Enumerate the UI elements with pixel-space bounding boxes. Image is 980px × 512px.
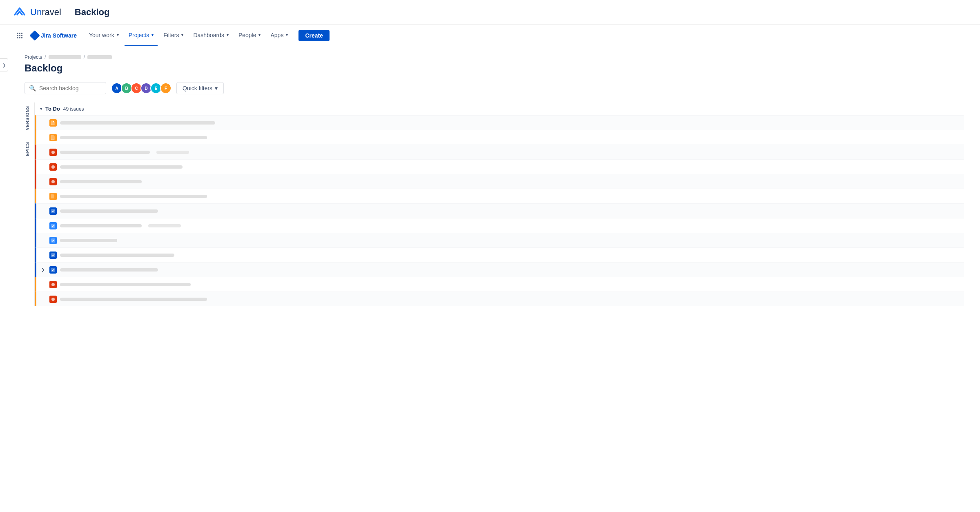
quick-filters-label: Quick filters: [183, 85, 212, 91]
section-label: To Do: [45, 106, 60, 112]
backlog-item[interactable]: [35, 277, 964, 292]
task-icon: [49, 252, 57, 259]
backlog-item[interactable]: [35, 115, 964, 130]
bug-icon: [49, 281, 57, 288]
backlog-item[interactable]: [35, 130, 964, 145]
section-chevron-icon[interactable]: ▾: [40, 107, 42, 111]
item-text-placeholder: [60, 254, 174, 257]
search-input[interactable]: [39, 85, 102, 91]
nav-item-dashboards[interactable]: Dashboards ▾: [189, 25, 233, 46]
svg-rect-3: [17, 35, 18, 36]
nav-label-people: People: [238, 32, 256, 38]
subtask-icon: [49, 237, 57, 244]
nav-item-filters[interactable]: Filters ▾: [159, 25, 187, 46]
epics-label[interactable]: EPICS: [24, 138, 33, 180]
backlog-item[interactable]: [35, 159, 964, 174]
backlog-item[interactable]: [35, 247, 964, 262]
breadcrumb-project-name: [49, 55, 81, 59]
backlog-item[interactable]: [35, 233, 964, 247]
main-container: ❯ Projects / / Backlog 🔍 A B C D E F: [0, 46, 980, 314]
chevron-down-icon: ▾: [227, 33, 229, 37]
nav-label-projects: Projects: [129, 32, 149, 38]
backlog-section: VERSIONS EPICS ▾ To Do 49 issues: [24, 102, 964, 306]
bug-icon: [49, 178, 57, 185]
subtask-icon: [49, 222, 57, 229]
breadcrumb-projects[interactable]: Projects: [24, 54, 42, 60]
backlog-item[interactable]: [35, 203, 964, 218]
item-text-placeholder: [60, 209, 158, 213]
breadcrumb: Projects / /: [24, 54, 964, 60]
item-text-placeholder: [60, 239, 117, 242]
nav-item-your-work[interactable]: Your work ▾: [85, 25, 123, 46]
svg-point-18: [51, 283, 55, 286]
create-button[interactable]: Create: [298, 30, 330, 41]
chevron-down-icon: ▾: [286, 33, 288, 37]
svg-point-9: [53, 121, 54, 122]
quick-filters-button[interactable]: Quick filters ▾: [176, 82, 224, 94]
bug-icon: [49, 149, 57, 156]
sidebar-toggle-button[interactable]: ❯: [0, 58, 8, 71]
nav-label-dashboards: Dashboards: [193, 32, 224, 38]
nav-bar: Jira Software Your work ▾ Projects ▾ Fil…: [0, 25, 980, 46]
svg-point-11: [51, 165, 55, 169]
nav-item-people[interactable]: People ▾: [234, 25, 265, 46]
svg-rect-6: [17, 37, 18, 38]
nav-item-apps[interactable]: Apps ▾: [266, 25, 292, 46]
svg-point-19: [51, 298, 55, 301]
svg-rect-2: [21, 33, 22, 34]
svg-point-10: [51, 151, 55, 154]
brand-page-title: Backlog: [75, 7, 110, 18]
page-title: Backlog: [24, 62, 964, 74]
avatar-group: A B C D E F: [111, 82, 172, 94]
item-text-placeholder: [60, 195, 207, 198]
jira-app-name: Jira Software: [41, 32, 77, 39]
brand-logo[interactable]: Unravel: [13, 6, 61, 19]
item-expand-chevron[interactable]: ❯: [41, 267, 46, 272]
nav-label-your-work: Your work: [89, 32, 114, 38]
svg-point-12: [51, 180, 55, 183]
svg-rect-0: [17, 33, 18, 34]
nav-label-apps: Apps: [270, 32, 283, 38]
breadcrumb-separator-2: /: [84, 54, 85, 60]
backlog-item[interactable]: [35, 145, 964, 159]
brand-name: Unravel: [30, 7, 61, 18]
backlog-item[interactable]: [35, 174, 964, 189]
vertical-labels: VERSIONS EPICS: [24, 102, 33, 306]
svg-rect-1: [19, 33, 20, 34]
backlog-item[interactable]: [35, 218, 964, 233]
item-text-placeholder: [60, 180, 142, 183]
nav-item-projects[interactable]: Projects ▾: [125, 25, 158, 46]
grid-icon[interactable]: [13, 29, 26, 42]
avatar-6[interactable]: F: [160, 82, 172, 94]
backlog-list: ▾ To Do 49 issues: [34, 102, 964, 306]
item-text-placeholder: [60, 283, 191, 286]
section-header: ▾ To Do 49 issues: [35, 102, 964, 115]
unravel-logo-icon: [13, 6, 26, 19]
toolbar: 🔍 A B C D E F Quick filters ▾: [24, 82, 964, 94]
backlog-item[interactable]: ❯: [35, 262, 964, 277]
bug-icon: [49, 296, 57, 303]
chevron-down-icon: ▾: [258, 33, 261, 37]
item-extra-placeholder: [156, 151, 189, 154]
svg-rect-8: [21, 37, 22, 38]
chevron-down-icon: ▾: [151, 33, 154, 37]
item-extra-placeholder: [148, 224, 181, 227]
backlog-item[interactable]: [35, 189, 964, 203]
versions-label[interactable]: VERSIONS: [24, 102, 33, 138]
brand-divider: [68, 7, 68, 18]
jira-logo[interactable]: Jira Software: [31, 32, 77, 39]
item-text-placeholder: [60, 121, 215, 125]
chevron-down-icon: ▾: [181, 33, 183, 37]
svg-rect-7: [19, 37, 20, 38]
bug-icon: [49, 163, 57, 171]
brand-bar: Unravel Backlog: [0, 0, 980, 25]
chevron-down-icon: ▾: [117, 33, 119, 37]
backlog-item[interactable]: [35, 292, 964, 306]
search-icon: 🔍: [29, 85, 36, 91]
task-icon: [49, 207, 57, 215]
item-text-placeholder: [60, 151, 150, 154]
item-text-placeholder: [60, 268, 158, 272]
item-text-placeholder: [60, 298, 207, 301]
item-text-placeholder: [60, 136, 207, 139]
search-box[interactable]: 🔍: [24, 82, 106, 94]
